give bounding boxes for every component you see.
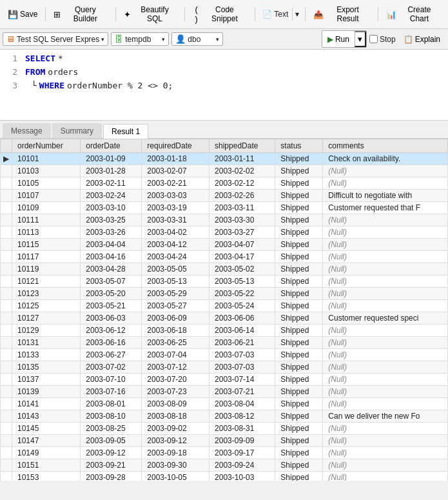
row-indicator-cell [1, 349, 12, 361]
cell-shippedDate: 2003-07-03 [209, 361, 275, 374]
beautify-sql-button[interactable]: ✦ Beautify SQL [119, 3, 181, 26]
tab-result-1[interactable]: Result 1 [103, 124, 148, 139]
cell-orderDate: 2003-09-05 [81, 435, 142, 447]
database-selector[interactable]: 🗄 tempdb ▾ [111, 32, 169, 46]
cell-requiredDate: 2003-08-09 [142, 398, 209, 410]
server-selector[interactable]: 🖥 Test SQL Server Expres ▾ [3, 32, 108, 46]
cell-comments: (Null) [323, 349, 448, 361]
table-row[interactable]: 101432003-08-102003-08-182003-08-12Shipp… [1, 410, 448, 423]
th-shipped-date[interactable]: shippedDate [209, 139, 275, 153]
table-row[interactable]: 101332003-06-272003-07-042003-07-03Shipp… [1, 349, 448, 361]
results-table-container[interactable]: orderNumber orderDate requiredDate shipp… [0, 139, 448, 481]
table-row[interactable]: 101132003-03-262003-04-022003-03-27Shipp… [1, 226, 448, 239]
code-content[interactable]: SELECT * FROM orders └ WHERE orderNumber… [23, 52, 448, 117]
table-row[interactable]: 101152003-04-042003-04-122003-04-07Shipp… [1, 239, 448, 251]
table-row[interactable]: 101032003-01-282003-02-072003-02-02Shipp… [1, 165, 448, 177]
cell-orderDate: 2003-08-10 [81, 410, 142, 423]
th-order-number[interactable]: orderNumber [12, 139, 81, 153]
where-condition: orderNumber % 2 <> 0; [67, 79, 173, 93]
table-row[interactable]: 101532003-09-282003-10-052003-10-03Shipp… [1, 472, 448, 481]
text-button-main[interactable]: 📄 Text [258, 8, 292, 21]
run-button[interactable]: ▶ Run [322, 33, 355, 46]
export-result-button[interactable]: 📤 Export Result [308, 3, 375, 26]
row-indicator-cell [1, 239, 12, 251]
null-value: (Null) [328, 240, 347, 249]
table-row[interactable]: 101372003-07-102003-07-202003-07-14Shipp… [1, 374, 448, 386]
table-row[interactable]: ▶101012003-01-092003-01-182003-01-11Ship… [1, 153, 448, 165]
th-comments[interactable]: comments [323, 139, 448, 153]
save-button[interactable]: 💾 Save [3, 7, 43, 22]
schema-selector[interactable]: 👤 dbo ▾ [171, 32, 223, 46]
null-value: (Null) [328, 363, 347, 372]
explain-button[interactable]: 📋 Explain [398, 32, 445, 46]
sql-editor[interactable]: 1 2 3 SELECT * FROM orders └ WHERE order… [0, 50, 448, 121]
create-chart-button[interactable]: 📊 Create Chart [381, 3, 445, 26]
table-row[interactable]: 101192003-04-282003-05-052003-05-02Shipp… [1, 263, 448, 275]
table-row[interactable]: 101292003-06-122003-06-182003-06-14Shipp… [1, 325, 448, 337]
code-snippet-button[interactable]: ( ) Code Snippet [188, 2, 253, 26]
row-indicator-cell [1, 337, 12, 349]
cell-status: Shipped [275, 325, 323, 337]
table-row[interactable]: 101172003-04-162003-04-242003-04-17Shipp… [1, 251, 448, 263]
row-indicator-cell [1, 435, 12, 447]
null-value: (Null) [328, 436, 347, 445]
table-row[interactable]: 101272003-06-032003-06-092003-06-06Shipp… [1, 312, 448, 325]
null-value: (Null) [328, 277, 347, 286]
table-row[interactable]: 101512003-09-212003-09-302003-09-24Shipp… [1, 459, 448, 472]
run-dropdown-arrow[interactable]: ▾ [355, 31, 366, 47]
cell-status: Shipped [275, 361, 323, 374]
schema-dropdown-arrow: ▾ [216, 36, 219, 43]
table-row[interactable]: 101392003-07-162003-07-232003-07-21Shipp… [1, 386, 448, 398]
cell-orderDate: 2003-03-26 [81, 226, 142, 239]
table-row[interactable]: 101352003-07-022003-07-122003-07-03Shipp… [1, 361, 448, 374]
cell-shippedDate: 2003-07-14 [209, 374, 275, 386]
stop-checkbox-label[interactable]: Stop [369, 35, 396, 44]
table-row[interactable]: 101212003-05-072003-05-132003-05-13Shipp… [1, 275, 448, 288]
cell-requiredDate: 2003-09-30 [142, 459, 209, 472]
row-indicator-cell [1, 472, 12, 481]
table-row[interactable]: 101412003-08-012003-08-092003-08-04Shipp… [1, 398, 448, 410]
cell-comments: (Null) [323, 435, 448, 447]
query-builder-button[interactable]: ⊞ Query Builder [48, 3, 113, 26]
table-row[interactable]: 101052003-02-112003-02-212003-02-12Shipp… [1, 177, 448, 190]
cell-requiredDate: 2003-06-18 [142, 325, 209, 337]
code-line-1: SELECT * [25, 52, 445, 66]
row-indicator-cell [1, 312, 12, 325]
th-order-date[interactable]: orderDate [81, 139, 142, 153]
table-row[interactable]: 101492003-09-122003-09-182003-09-17Shipp… [1, 447, 448, 459]
table-row[interactable]: 101252003-05-212003-05-272003-05-24Shipp… [1, 300, 448, 312]
cell-orderNumber: 10125 [12, 300, 81, 312]
cell-shippedDate: 2003-04-17 [209, 251, 275, 263]
cell-orderNumber: 10153 [12, 472, 81, 481]
table-row[interactable]: 101092003-03-102003-03-192003-03-11Shipp… [1, 202, 448, 214]
text-button-arrow[interactable]: ▾ [292, 8, 302, 21]
row-indicator-cell [1, 165, 12, 177]
cell-comments: (Null) [323, 239, 448, 251]
beautify-icon: ✦ [124, 10, 131, 19]
th-status[interactable]: status [275, 139, 323, 153]
stop-checkbox[interactable] [369, 35, 378, 43]
row-indicator-cell [1, 386, 12, 398]
table-row[interactable]: 101232003-05-202003-05-292003-05-22Shipp… [1, 288, 448, 300]
text-split-button[interactable]: 📄 Text ▾ [258, 7, 302, 21]
cell-orderNumber: 10129 [12, 325, 81, 337]
table-row[interactable]: 101072003-02-242003-03-032003-02-26Shipp… [1, 190, 448, 202]
cell-comments: (Null) [323, 459, 448, 472]
table-row[interactable]: 101312003-06-162003-06-252003-06-21Shipp… [1, 337, 448, 349]
cell-orderDate: 2003-09-21 [81, 459, 142, 472]
cell-status: Shipped [275, 239, 323, 251]
table-row[interactable]: 101452003-08-252003-09-022003-08-31Shipp… [1, 423, 448, 435]
secondary-toolbar: 🖥 Test SQL Server Expres ▾ 🗄 tempdb ▾ 👤 … [0, 29, 448, 50]
table-row[interactable]: 101472003-09-052003-09-122003-09-09Shipp… [1, 435, 448, 447]
cell-comments: (Null) [323, 374, 448, 386]
tab-summary[interactable]: Summary [52, 123, 102, 138]
query-builder-icon: ⊞ [54, 10, 61, 19]
tab-message[interactable]: Message [3, 123, 51, 138]
cell-status: Shipped [275, 337, 323, 349]
table-row[interactable]: 101112003-03-252003-03-312003-03-30Shipp… [1, 214, 448, 226]
run-button-group: ▶ Run ▾ [322, 30, 367, 48]
stop-label: Stop [380, 35, 396, 44]
th-required-date[interactable]: requiredDate [142, 139, 209, 153]
cell-shippedDate: 2003-09-09 [209, 435, 275, 447]
cell-orderNumber: 10115 [12, 239, 81, 251]
